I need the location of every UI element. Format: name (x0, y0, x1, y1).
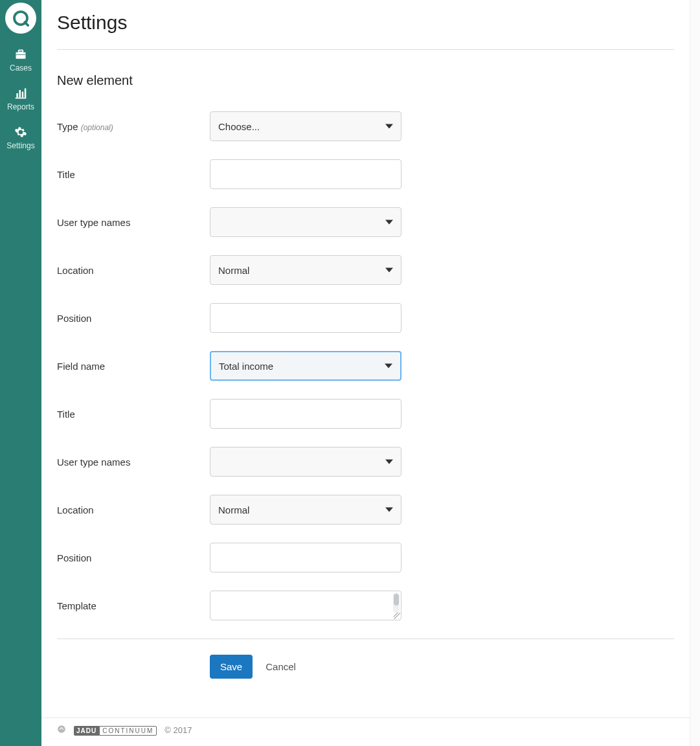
chevron-down-icon (385, 122, 393, 130)
label-location-2: Location (57, 504, 210, 515)
sidebar-item-label: Settings (6, 141, 34, 150)
cancel-button[interactable]: Cancel (265, 661, 296, 672)
input-title-1[interactable] (210, 159, 401, 189)
briefcase-icon (14, 48, 28, 61)
label-position-1: Position (57, 313, 210, 324)
brand-badge: JADUCONTINUUM (74, 725, 157, 735)
page-title: Settings (57, 12, 674, 34)
row-title-1: Title (57, 159, 674, 189)
arrow-up-circle-icon (57, 725, 66, 734)
scroll-top-button[interactable] (57, 725, 66, 736)
svg-rect-5 (16, 93, 18, 98)
select-usertypes-2[interactable] (210, 447, 401, 477)
chevron-down-icon (385, 458, 393, 466)
label-usertypes-1: User type names (57, 217, 210, 228)
svg-point-10 (58, 725, 65, 733)
sidebar: Cases Reports Settings (0, 0, 41, 746)
label-fieldname: Field name (57, 361, 210, 372)
chevron-down-icon (385, 266, 393, 274)
svg-rect-8 (25, 89, 27, 98)
label-title-1: Title (57, 169, 210, 180)
svg-rect-7 (22, 92, 24, 98)
svg-rect-9 (16, 98, 27, 99)
svg-rect-2 (16, 52, 26, 59)
sidebar-item-label: Reports (7, 102, 34, 111)
gear-icon (14, 126, 27, 139)
row-template: Template (57, 591, 674, 620)
input-position-1[interactable] (210, 303, 401, 333)
select-usertypes-1[interactable] (210, 207, 401, 237)
select-fieldname[interactable]: Total income (210, 351, 401, 381)
sidebar-item-reports[interactable]: Reports (0, 82, 41, 120)
chevron-down-icon (385, 362, 392, 370)
textarea-scrollbar[interactable] (393, 593, 400, 613)
label-type: Type (optional) (57, 121, 210, 132)
section-title: New element (57, 73, 674, 88)
save-button[interactable]: Save (210, 655, 253, 679)
bar-chart-icon (14, 87, 28, 100)
row-position-1: Position (57, 303, 674, 333)
form-actions: Save Cancel (57, 655, 674, 679)
row-fieldname: Field name Total income (57, 351, 674, 381)
app-logo[interactable] (5, 3, 36, 34)
textarea-resize-handle[interactable] (394, 613, 400, 619)
label-position-2: Position (57, 552, 210, 563)
label-template: Template (57, 600, 210, 611)
q-logo-icon (11, 8, 30, 28)
textarea-template[interactable] (210, 591, 401, 620)
label-usertypes-2: User type names (57, 457, 210, 468)
row-usertypes-1: User type names (57, 207, 674, 237)
select-type[interactable]: Choose... (210, 111, 401, 141)
input-title-2[interactable] (210, 399, 401, 429)
label-title-2: Title (57, 409, 210, 420)
svg-rect-6 (19, 90, 21, 98)
svg-rect-3 (19, 50, 23, 52)
select-value: Normal (218, 504, 249, 515)
select-value: Total income (219, 361, 273, 372)
scrollbar[interactable] (690, 0, 700, 746)
main: Settings New element Type (optional) Cho… (41, 0, 700, 746)
row-location-1: Location Normal (57, 255, 674, 285)
sidebar-item-settings[interactable]: Settings (0, 120, 41, 159)
footer: JADUCONTINUUM © 2017 (41, 718, 690, 746)
svg-rect-4 (16, 54, 26, 55)
svg-line-1 (25, 22, 28, 25)
content: Settings New element Type (optional) Cho… (41, 0, 690, 718)
divider (57, 49, 674, 50)
label-location-1: Location (57, 265, 210, 276)
chevron-down-icon (385, 218, 393, 226)
select-location-1[interactable]: Normal (210, 255, 401, 285)
select-value: Normal (218, 265, 249, 276)
select-value: Choose... (218, 121, 260, 132)
divider (57, 639, 674, 639)
input-position-2[interactable] (210, 543, 401, 572)
sidebar-item-label: Cases (10, 63, 32, 73)
sidebar-item-cases[interactable]: Cases (0, 43, 41, 82)
select-location-2[interactable]: Normal (210, 495, 401, 525)
row-type: Type (optional) Choose... (57, 111, 674, 141)
row-position-2: Position (57, 543, 674, 572)
copyright: © 2017 (164, 725, 192, 735)
row-usertypes-2: User type names (57, 447, 674, 477)
chevron-down-icon (385, 506, 393, 514)
row-location-2: Location Normal (57, 495, 674, 525)
row-title-2: Title (57, 399, 674, 429)
